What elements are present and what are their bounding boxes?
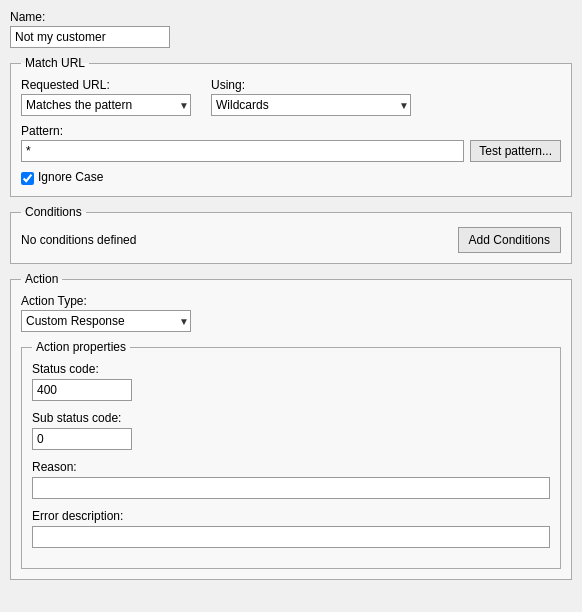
requested-url-select-wrapper: Matches the pattern Does not match patte… [21, 94, 191, 116]
pattern-row: Test pattern... [21, 140, 561, 162]
pattern-input[interactable] [21, 140, 464, 162]
name-input[interactable] [10, 26, 170, 48]
test-pattern-button[interactable]: Test pattern... [470, 140, 561, 162]
using-select-wrapper: Wildcards Regular Expressions Exact Matc… [211, 94, 411, 116]
requested-url-select[interactable]: Matches the pattern Does not match patte… [21, 94, 191, 116]
reason-field: Reason: [32, 460, 550, 499]
conditions-legend: Conditions [21, 205, 86, 219]
form-container: Name: Match URL Requested URL: Matches t… [10, 10, 572, 580]
action-properties-legend: Action properties [32, 340, 130, 354]
no-conditions-text: No conditions defined [21, 233, 136, 247]
sub-status-code-label: Sub status code: [32, 411, 550, 425]
requested-url-col: Requested URL: Matches the pattern Does … [21, 78, 191, 116]
ignore-case-label: Ignore Case [38, 170, 103, 184]
using-label: Using: [211, 78, 411, 92]
name-field-group: Name: [10, 10, 572, 48]
error-description-label: Error description: [32, 509, 550, 523]
status-code-field: Status code: [32, 362, 550, 401]
name-label: Name: [10, 10, 572, 24]
error-description-field: Error description: [32, 509, 550, 548]
error-description-input[interactable] [32, 526, 550, 548]
status-code-input[interactable] [32, 379, 132, 401]
action-fieldset: Action Action Type: Custom Response Redi… [10, 272, 572, 580]
reason-label: Reason: [32, 460, 550, 474]
status-code-label: Status code: [32, 362, 550, 376]
action-type-field-group: Action Type: Custom Response Redirect Re… [21, 294, 561, 332]
using-select[interactable]: Wildcards Regular Expressions Exact Matc… [211, 94, 411, 116]
action-type-select-wrapper: Custom Response Redirect Rewrite None ▼ [21, 310, 191, 332]
pattern-field-group: Pattern: Test pattern... [21, 124, 561, 162]
sub-status-code-field: Sub status code: [32, 411, 550, 450]
url-using-row: Requested URL: Matches the pattern Does … [21, 78, 561, 116]
pattern-label: Pattern: [21, 124, 561, 138]
requested-url-label: Requested URL: [21, 78, 191, 92]
ignore-case-checkbox[interactable] [21, 172, 34, 185]
using-col: Using: Wildcards Regular Expressions Exa… [211, 78, 411, 116]
reason-input[interactable] [32, 477, 550, 499]
ignore-case-row: Ignore Case [21, 170, 561, 186]
action-type-select[interactable]: Custom Response Redirect Rewrite None [21, 310, 191, 332]
add-conditions-button[interactable]: Add Conditions [458, 227, 561, 253]
action-legend: Action [21, 272, 62, 286]
action-properties-fieldset: Action properties Status code: Sub statu… [21, 340, 561, 569]
action-type-label: Action Type: [21, 294, 561, 308]
sub-status-code-input[interactable] [32, 428, 132, 450]
conditions-row: No conditions defined Add Conditions [21, 227, 561, 253]
match-url-fieldset: Match URL Requested URL: Matches the pat… [10, 56, 572, 197]
conditions-fieldset: Conditions No conditions defined Add Con… [10, 205, 572, 264]
match-url-legend: Match URL [21, 56, 89, 70]
